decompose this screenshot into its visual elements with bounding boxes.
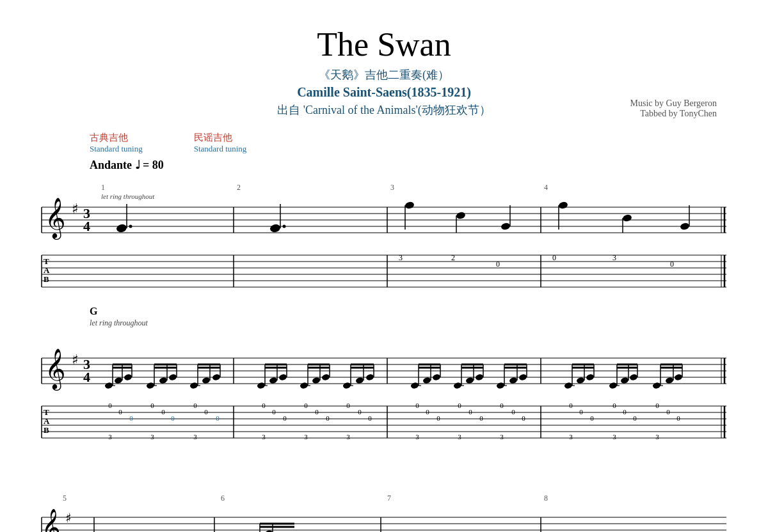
tab2-m2-s3b: 0 <box>326 414 330 422</box>
tab2-m2-s1b: 0 <box>304 402 308 409</box>
svg-point-109 <box>465 377 474 384</box>
tab2-m4-s2c: 0 <box>666 408 670 416</box>
svg-point-46 <box>114 377 123 384</box>
note-m1-1 <box>116 223 128 233</box>
tab2-m1-s6b: 3 <box>150 433 154 441</box>
tab2-m4-s1a: 0 <box>569 402 573 409</box>
key-sig-sharp: ♯ <box>72 201 79 217</box>
tempo-note: ♩ <box>135 159 143 171</box>
tab2-m2-s1a: 0 <box>262 402 266 409</box>
tab2-m1-s2c: 0 <box>204 408 208 416</box>
tab-3-1: 3 <box>399 253 403 262</box>
tab2-m1-s3b: 0 <box>171 414 175 422</box>
tab2-m2-s6a: 3 <box>262 433 266 441</box>
tab2-m1-s3c: 0 <box>216 414 220 422</box>
note-m4-1 <box>558 201 568 209</box>
tab2-m3-s1a: 0 <box>415 402 419 409</box>
tab2-m1-s3a: 0 <box>129 414 133 422</box>
svg-point-48 <box>124 373 132 381</box>
bar-num-7: 7 <box>387 494 391 503</box>
tab2-m2-s2c: 0 <box>358 408 362 416</box>
svg-point-66 <box>212 373 221 381</box>
tab2-m2-s2a: 0 <box>272 408 276 416</box>
svg-point-91 <box>355 377 364 384</box>
guitar1-name: 古典吉他 <box>90 132 143 144</box>
tab-3-2: 2 <box>451 253 455 262</box>
tab-t-2: T <box>44 407 49 417</box>
bar-num-3: 3 <box>390 183 394 192</box>
tab2-m2-s1c: 0 <box>346 402 350 409</box>
tuning-row: 古典吉他 Standard tuning 民谣吉他 Standard tunin… <box>90 132 730 154</box>
tab2-m3-s1b: 0 <box>458 402 461 409</box>
subtitle-chinese: 《天鹅》吉他二重奏(难） <box>38 67 730 82</box>
tab2-m3-s6a: 3 <box>415 433 419 441</box>
bar-num-4: 4 <box>544 183 548 192</box>
tab2-m3-s2c: 0 <box>511 408 515 416</box>
staff-system-1: 1 2 3 4 let ring throughout 𝄞 ♯ 3 4 <box>38 178 730 293</box>
note-m4-3 <box>680 222 690 230</box>
staff-svg-3: 5 6 7 8 𝄞 ♯ <box>38 492 730 532</box>
note-m2-1 <box>269 223 282 233</box>
tab2-m3-s6b: 3 <box>458 433 461 441</box>
svg-point-138 <box>629 373 638 381</box>
svg-point-84 <box>321 373 330 381</box>
bar-num-2: 2 <box>237 183 241 192</box>
tab2-m3-s3a: 0 <box>436 414 440 422</box>
bar-num-5: 5 <box>63 494 67 503</box>
tab2-m1-s1c: 0 <box>193 402 197 409</box>
staff-svg-1: 1 2 3 4 let ring throughout 𝄞 ♯ 3 4 <box>38 178 730 290</box>
tab-a: A <box>44 265 50 275</box>
tab2-m4-s1c: 0 <box>655 402 659 409</box>
tab2-m4-s3c: 0 <box>676 414 680 422</box>
svg-point-100 <box>422 377 431 384</box>
staff-svg-2: 𝄞 ♯ 3 4 <box>38 329 730 476</box>
note-m4-2 <box>622 214 632 222</box>
tempo-row: Andante ♩ = 80 <box>90 158 730 172</box>
tab-a-2: A <box>44 416 50 426</box>
tab2-m3-s2a: 0 <box>426 408 429 416</box>
tab-4-1: 0 <box>552 253 556 262</box>
staff-system-3-partial: 5 6 7 8 𝄞 ♯ <box>38 492 730 532</box>
tab-b-2: B <box>44 425 49 435</box>
tab2-m3-s6c: 3 <box>500 433 504 441</box>
main-title: The Swan <box>38 26 730 63</box>
svg-point-129 <box>586 373 595 381</box>
svg-point-82 <box>312 377 321 384</box>
tab2-m1-s6a: 3 <box>108 433 112 441</box>
svg-point-127 <box>576 377 585 384</box>
tab2-m3-s2b: 0 <box>468 408 472 416</box>
svg-point-136 <box>620 377 629 384</box>
tab2-m4-s3b: 0 <box>633 414 637 422</box>
tab2-m4-s6c: 3 <box>655 433 659 441</box>
composer: Camille Saint-Saens(1835-1921) <box>38 85 730 100</box>
key-sig-sharp-2: ♯ <box>72 352 79 368</box>
tab2-m4-s2a: 0 <box>579 408 583 416</box>
tab2-m4-s3a: 0 <box>590 414 594 422</box>
tab2-m3-s1c: 0 <box>500 402 504 409</box>
tab2-m1-s1a: 0 <box>108 402 112 409</box>
svg-point-55 <box>159 377 168 384</box>
bar-num-1: 1 <box>101 183 105 192</box>
svg-point-64 <box>202 377 211 384</box>
tab2-m4-s6b: 3 <box>612 433 616 441</box>
guitar2-tuning: Standard tuning <box>194 144 247 154</box>
svg-point-145 <box>665 377 674 384</box>
svg-point-147 <box>674 373 683 381</box>
page: The Swan 《天鹅》吉他二重奏(难） Camille Saint-Saen… <box>0 0 768 532</box>
tempo-label: Andante <box>90 159 132 171</box>
tab2-m3-s3c: 0 <box>522 414 525 422</box>
sguit-section: G let ring throughout <box>38 306 730 328</box>
guitar2-name: 民谣吉他 <box>194 132 247 144</box>
note-m3-2 <box>456 211 466 219</box>
tuning-guitar1: 古典吉他 Standard tuning <box>90 132 143 154</box>
treble-clef-3: 𝄞 <box>42 509 61 532</box>
bar-num-6: 6 <box>221 494 225 503</box>
tab2-m3-s3b: 0 <box>479 414 483 422</box>
svg-point-75 <box>278 373 287 381</box>
tab2-m2-s3a: 0 <box>283 414 287 422</box>
tab-4-3: 0 <box>670 260 674 269</box>
tab2-m4-s2b: 0 <box>623 408 627 416</box>
svg-point-102 <box>432 373 441 381</box>
svg-point-57 <box>168 373 177 381</box>
tuning-guitar2: 民谣吉他 Standard tuning <box>194 132 247 154</box>
